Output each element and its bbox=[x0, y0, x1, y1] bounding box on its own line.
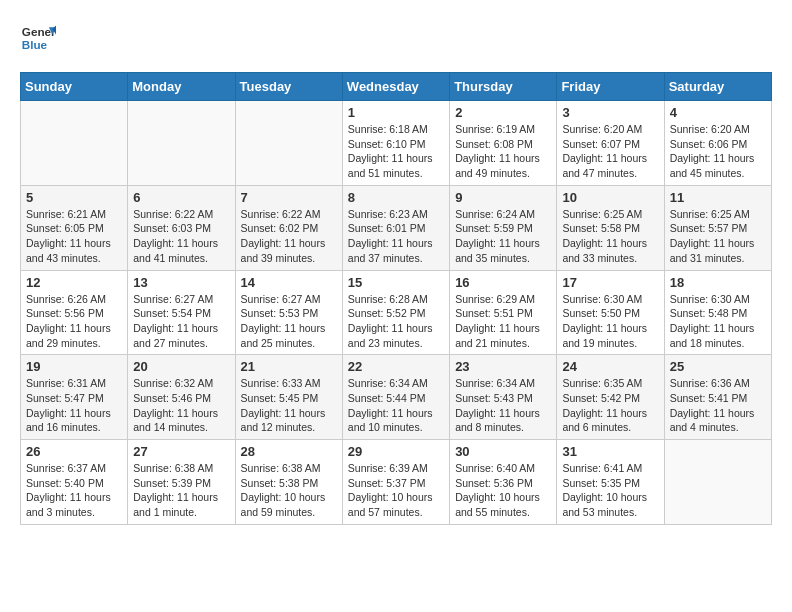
day-info: Sunrise: 6:19 AM Sunset: 6:08 PM Dayligh… bbox=[455, 122, 551, 181]
calendar-week-1: 1Sunrise: 6:18 AM Sunset: 6:10 PM Daylig… bbox=[21, 101, 772, 186]
calendar-cell: 17Sunrise: 6:30 AM Sunset: 5:50 PM Dayli… bbox=[557, 270, 664, 355]
day-number: 15 bbox=[348, 275, 444, 290]
calendar-cell: 21Sunrise: 6:33 AM Sunset: 5:45 PM Dayli… bbox=[235, 355, 342, 440]
day-number: 7 bbox=[241, 190, 337, 205]
day-number: 8 bbox=[348, 190, 444, 205]
day-number: 10 bbox=[562, 190, 658, 205]
calendar-cell: 20Sunrise: 6:32 AM Sunset: 5:46 PM Dayli… bbox=[128, 355, 235, 440]
day-number: 1 bbox=[348, 105, 444, 120]
calendar-cell: 18Sunrise: 6:30 AM Sunset: 5:48 PM Dayli… bbox=[664, 270, 771, 355]
calendar-cell: 30Sunrise: 6:40 AM Sunset: 5:36 PM Dayli… bbox=[450, 440, 557, 525]
day-info: Sunrise: 6:38 AM Sunset: 5:39 PM Dayligh… bbox=[133, 461, 229, 520]
logo-icon: General Blue bbox=[20, 20, 56, 56]
day-info: Sunrise: 6:32 AM Sunset: 5:46 PM Dayligh… bbox=[133, 376, 229, 435]
calendar-cell: 19Sunrise: 6:31 AM Sunset: 5:47 PM Dayli… bbox=[21, 355, 128, 440]
day-number: 28 bbox=[241, 444, 337, 459]
day-number: 2 bbox=[455, 105, 551, 120]
calendar-week-5: 26Sunrise: 6:37 AM Sunset: 5:40 PM Dayli… bbox=[21, 440, 772, 525]
calendar-cell bbox=[128, 101, 235, 186]
day-number: 5 bbox=[26, 190, 122, 205]
day-number: 9 bbox=[455, 190, 551, 205]
day-info: Sunrise: 6:27 AM Sunset: 5:53 PM Dayligh… bbox=[241, 292, 337, 351]
calendar-week-2: 5Sunrise: 6:21 AM Sunset: 6:05 PM Daylig… bbox=[21, 185, 772, 270]
calendar-cell: 9Sunrise: 6:24 AM Sunset: 5:59 PM Daylig… bbox=[450, 185, 557, 270]
calendar-cell: 2Sunrise: 6:19 AM Sunset: 6:08 PM Daylig… bbox=[450, 101, 557, 186]
calendar-cell: 7Sunrise: 6:22 AM Sunset: 6:02 PM Daylig… bbox=[235, 185, 342, 270]
day-number: 20 bbox=[133, 359, 229, 374]
day-info: Sunrise: 6:29 AM Sunset: 5:51 PM Dayligh… bbox=[455, 292, 551, 351]
day-info: Sunrise: 6:30 AM Sunset: 5:50 PM Dayligh… bbox=[562, 292, 658, 351]
day-info: Sunrise: 6:22 AM Sunset: 6:02 PM Dayligh… bbox=[241, 207, 337, 266]
day-info: Sunrise: 6:30 AM Sunset: 5:48 PM Dayligh… bbox=[670, 292, 766, 351]
calendar-week-3: 12Sunrise: 6:26 AM Sunset: 5:56 PM Dayli… bbox=[21, 270, 772, 355]
day-info: Sunrise: 6:27 AM Sunset: 5:54 PM Dayligh… bbox=[133, 292, 229, 351]
column-header-sunday: Sunday bbox=[21, 73, 128, 101]
day-number: 14 bbox=[241, 275, 337, 290]
day-number: 29 bbox=[348, 444, 444, 459]
calendar-cell: 13Sunrise: 6:27 AM Sunset: 5:54 PM Dayli… bbox=[128, 270, 235, 355]
day-number: 6 bbox=[133, 190, 229, 205]
calendar-cell: 6Sunrise: 6:22 AM Sunset: 6:03 PM Daylig… bbox=[128, 185, 235, 270]
day-info: Sunrise: 6:21 AM Sunset: 6:05 PM Dayligh… bbox=[26, 207, 122, 266]
calendar-cell: 25Sunrise: 6:36 AM Sunset: 5:41 PM Dayli… bbox=[664, 355, 771, 440]
calendar-cell: 1Sunrise: 6:18 AM Sunset: 6:10 PM Daylig… bbox=[342, 101, 449, 186]
calendar-table: SundayMondayTuesdayWednesdayThursdayFrid… bbox=[20, 72, 772, 525]
calendar-cell: 23Sunrise: 6:34 AM Sunset: 5:43 PM Dayli… bbox=[450, 355, 557, 440]
day-info: Sunrise: 6:41 AM Sunset: 5:35 PM Dayligh… bbox=[562, 461, 658, 520]
day-number: 30 bbox=[455, 444, 551, 459]
calendar-cell: 31Sunrise: 6:41 AM Sunset: 5:35 PM Dayli… bbox=[557, 440, 664, 525]
day-number: 17 bbox=[562, 275, 658, 290]
day-info: Sunrise: 6:34 AM Sunset: 5:43 PM Dayligh… bbox=[455, 376, 551, 435]
calendar-cell: 22Sunrise: 6:34 AM Sunset: 5:44 PM Dayli… bbox=[342, 355, 449, 440]
day-info: Sunrise: 6:20 AM Sunset: 6:07 PM Dayligh… bbox=[562, 122, 658, 181]
day-info: Sunrise: 6:25 AM Sunset: 5:57 PM Dayligh… bbox=[670, 207, 766, 266]
calendar-cell: 3Sunrise: 6:20 AM Sunset: 6:07 PM Daylig… bbox=[557, 101, 664, 186]
day-info: Sunrise: 6:37 AM Sunset: 5:40 PM Dayligh… bbox=[26, 461, 122, 520]
calendar-cell: 4Sunrise: 6:20 AM Sunset: 6:06 PM Daylig… bbox=[664, 101, 771, 186]
calendar-cell: 27Sunrise: 6:38 AM Sunset: 5:39 PM Dayli… bbox=[128, 440, 235, 525]
day-info: Sunrise: 6:28 AM Sunset: 5:52 PM Dayligh… bbox=[348, 292, 444, 351]
day-number: 3 bbox=[562, 105, 658, 120]
day-number: 13 bbox=[133, 275, 229, 290]
calendar-header-row: SundayMondayTuesdayWednesdayThursdayFrid… bbox=[21, 73, 772, 101]
day-number: 24 bbox=[562, 359, 658, 374]
calendar-cell: 15Sunrise: 6:28 AM Sunset: 5:52 PM Dayli… bbox=[342, 270, 449, 355]
day-info: Sunrise: 6:20 AM Sunset: 6:06 PM Dayligh… bbox=[670, 122, 766, 181]
calendar-cell: 5Sunrise: 6:21 AM Sunset: 6:05 PM Daylig… bbox=[21, 185, 128, 270]
page-header: General Blue bbox=[20, 20, 772, 56]
day-number: 12 bbox=[26, 275, 122, 290]
calendar-cell: 10Sunrise: 6:25 AM Sunset: 5:58 PM Dayli… bbox=[557, 185, 664, 270]
day-info: Sunrise: 6:26 AM Sunset: 5:56 PM Dayligh… bbox=[26, 292, 122, 351]
calendar-cell: 26Sunrise: 6:37 AM Sunset: 5:40 PM Dayli… bbox=[21, 440, 128, 525]
day-number: 23 bbox=[455, 359, 551, 374]
calendar-cell: 8Sunrise: 6:23 AM Sunset: 6:01 PM Daylig… bbox=[342, 185, 449, 270]
day-info: Sunrise: 6:39 AM Sunset: 5:37 PM Dayligh… bbox=[348, 461, 444, 520]
day-info: Sunrise: 6:38 AM Sunset: 5:38 PM Dayligh… bbox=[241, 461, 337, 520]
calendar-week-4: 19Sunrise: 6:31 AM Sunset: 5:47 PM Dayli… bbox=[21, 355, 772, 440]
day-info: Sunrise: 6:35 AM Sunset: 5:42 PM Dayligh… bbox=[562, 376, 658, 435]
day-number: 21 bbox=[241, 359, 337, 374]
day-info: Sunrise: 6:25 AM Sunset: 5:58 PM Dayligh… bbox=[562, 207, 658, 266]
column-header-saturday: Saturday bbox=[664, 73, 771, 101]
calendar-cell: 11Sunrise: 6:25 AM Sunset: 5:57 PM Dayli… bbox=[664, 185, 771, 270]
day-info: Sunrise: 6:31 AM Sunset: 5:47 PM Dayligh… bbox=[26, 376, 122, 435]
calendar-cell bbox=[235, 101, 342, 186]
calendar-cell: 29Sunrise: 6:39 AM Sunset: 5:37 PM Dayli… bbox=[342, 440, 449, 525]
day-info: Sunrise: 6:40 AM Sunset: 5:36 PM Dayligh… bbox=[455, 461, 551, 520]
day-number: 18 bbox=[670, 275, 766, 290]
day-info: Sunrise: 6:33 AM Sunset: 5:45 PM Dayligh… bbox=[241, 376, 337, 435]
day-number: 27 bbox=[133, 444, 229, 459]
day-info: Sunrise: 6:22 AM Sunset: 6:03 PM Dayligh… bbox=[133, 207, 229, 266]
day-number: 4 bbox=[670, 105, 766, 120]
day-info: Sunrise: 6:23 AM Sunset: 6:01 PM Dayligh… bbox=[348, 207, 444, 266]
calendar-cell bbox=[664, 440, 771, 525]
svg-text:Blue: Blue bbox=[22, 38, 48, 51]
column-header-thursday: Thursday bbox=[450, 73, 557, 101]
calendar-cell: 28Sunrise: 6:38 AM Sunset: 5:38 PM Dayli… bbox=[235, 440, 342, 525]
day-info: Sunrise: 6:34 AM Sunset: 5:44 PM Dayligh… bbox=[348, 376, 444, 435]
day-number: 16 bbox=[455, 275, 551, 290]
svg-text:General: General bbox=[22, 25, 56, 38]
day-info: Sunrise: 6:18 AM Sunset: 6:10 PM Dayligh… bbox=[348, 122, 444, 181]
column-header-wednesday: Wednesday bbox=[342, 73, 449, 101]
day-number: 11 bbox=[670, 190, 766, 205]
